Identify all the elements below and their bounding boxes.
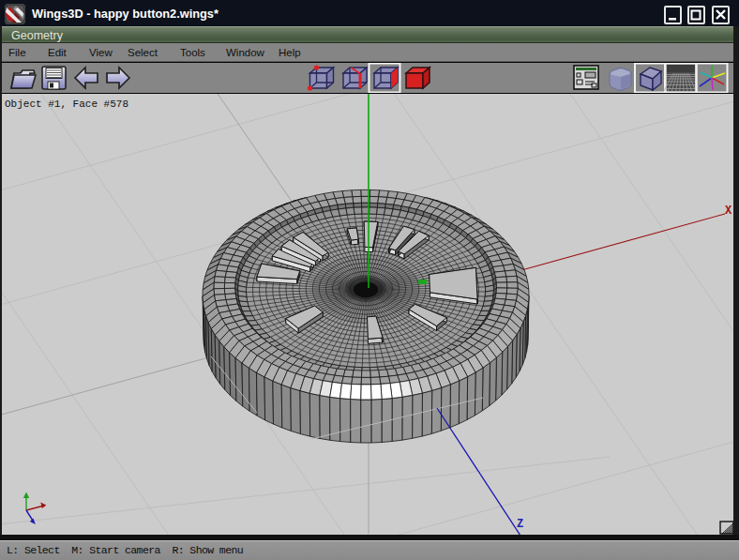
svg-text:Z: Z bbox=[517, 518, 523, 531]
svg-text:Object #1, Face #578: Object #1, Face #578 bbox=[5, 98, 128, 110]
svg-text:X: X bbox=[725, 204, 732, 218]
